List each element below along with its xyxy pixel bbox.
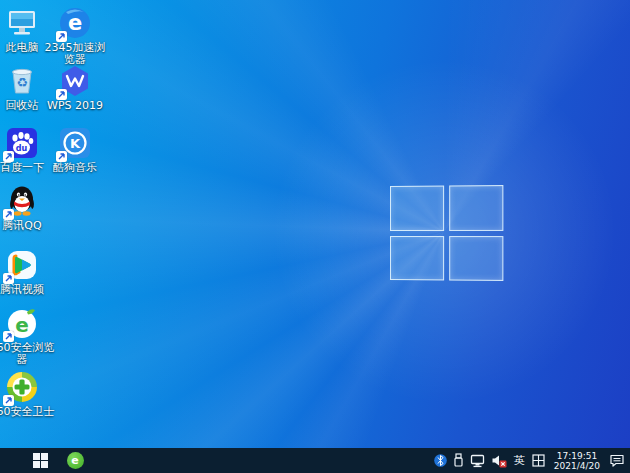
windows-logo-pane <box>390 186 444 231</box>
svg-text:du: du <box>16 144 28 153</box>
windows-logo-pane <box>449 185 504 230</box>
baidu-search-icon: du <box>5 126 39 160</box>
desktop-icon-360-browser[interactable]: e 360安全浏览器 <box>0 306 55 366</box>
shortcut-arrow-icon <box>56 31 67 42</box>
desktop: 此电脑 e 2345加速浏览器 ♻ 回收站 <box>0 0 630 473</box>
taskbar: e <box>0 448 630 473</box>
360-browser-icon: e <box>5 306 39 340</box>
network-monitor-icon[interactable] <box>470 448 485 473</box>
shortcut-arrow-icon <box>56 89 67 100</box>
shortcut-arrow-icon <box>3 209 14 220</box>
wps-2019-icon <box>58 64 92 98</box>
desktop-icon-kugou-music[interactable]: K 酷狗音乐 <box>42 126 108 174</box>
taskbar-360-browser-button[interactable]: e <box>62 448 88 473</box>
desktop-icon-tencent-video[interactable]: 腾讯视频 <box>0 248 55 296</box>
this-pc-icon <box>5 6 39 40</box>
desktop-icon-tencent-qq[interactable]: 腾讯QQ <box>0 184 55 232</box>
shortcut-arrow-icon <box>3 273 14 284</box>
svg-text:e: e <box>15 313 29 337</box>
clock-date: 2021/4/20 <box>554 461 600 471</box>
icon-label: 2345加速浏览器 <box>42 42 108 66</box>
shortcut-arrow-icon <box>3 151 14 162</box>
icon-label: WPS 2019 <box>42 100 108 112</box>
windows-logo-pane <box>449 236 504 281</box>
svg-text:K: K <box>70 136 81 151</box>
volume-muted-icon[interactable] <box>491 448 507 473</box>
icon-label: 360安全卫士 <box>0 406 55 418</box>
icon-label: 腾讯视频 <box>0 284 55 296</box>
taskbar-clock[interactable]: 17:19:51 2021/4/20 <box>551 451 603 471</box>
start-button[interactable] <box>27 448 53 473</box>
windows-logo <box>390 185 503 281</box>
360-safeguard-icon <box>5 370 39 404</box>
shortcut-arrow-icon <box>56 151 67 162</box>
system-tray: 英 17:19:51 2021/4/20 <box>434 448 628 473</box>
tencent-qq-icon <box>5 184 39 218</box>
360-browser-taskbar-icon: e <box>67 452 84 469</box>
usb-device-icon[interactable] <box>453 448 464 473</box>
kugou-music-icon: K <box>58 126 92 160</box>
desktop-icon-2345-browser[interactable]: e 2345加速浏览器 <box>42 6 108 66</box>
icon-label: 酷狗音乐 <box>42 162 108 174</box>
recycle-bin-icon: ♻ <box>5 64 39 98</box>
shortcut-arrow-icon <box>3 395 14 406</box>
desktop-icon-wps-2019[interactable]: WPS 2019 <box>42 64 108 112</box>
icon-label: 腾讯QQ <box>0 220 55 232</box>
ime-language-indicator[interactable]: 英 <box>513 448 526 473</box>
tencent-video-icon <box>5 248 39 282</box>
ime-grid-icon[interactable] <box>532 448 545 473</box>
bluetooth-icon[interactable] <box>434 448 447 473</box>
2345-browser-icon: e <box>58 6 92 40</box>
action-center-icon[interactable] <box>609 448 625 473</box>
desktop-icon-360-safeguard[interactable]: 360安全卫士 <box>0 370 55 418</box>
icon-label: 360安全浏览器 <box>0 342 55 366</box>
clock-time: 17:19:51 <box>557 451 597 461</box>
svg-text:♻: ♻ <box>16 75 28 90</box>
windows-start-icon <box>33 453 48 468</box>
svg-text:e: e <box>68 11 82 35</box>
windows-logo-pane <box>390 236 444 281</box>
shortcut-arrow-icon <box>3 331 14 342</box>
